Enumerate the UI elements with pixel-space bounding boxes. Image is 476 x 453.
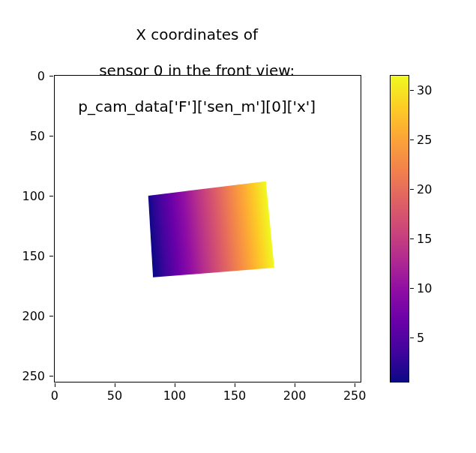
svg-rect-0 bbox=[391, 76, 409, 382]
y-tick bbox=[49, 76, 53, 76]
y-tick bbox=[49, 136, 53, 136]
colorbar-tick-label: 5 bbox=[417, 331, 424, 345]
x-tick bbox=[115, 383, 115, 387]
colorbar-tick-label: 30 bbox=[417, 82, 432, 97]
x-tick bbox=[235, 383, 235, 387]
x-tick-label: 100 bbox=[163, 388, 187, 403]
y-tick-label: 50 bbox=[30, 128, 45, 142]
x-tick-label: 50 bbox=[107, 388, 122, 403]
y-tick bbox=[49, 316, 53, 316]
x-tick bbox=[295, 383, 295, 387]
y-tick-label: 200 bbox=[22, 309, 45, 323]
colorbar-tick bbox=[410, 288, 414, 289]
y-tick-label: 100 bbox=[22, 188, 45, 202]
y-tick-label: 0 bbox=[37, 68, 45, 82]
colorbar-tick bbox=[410, 338, 414, 338]
x-tick-label: 150 bbox=[223, 388, 247, 403]
y-tick-label: 250 bbox=[22, 369, 45, 383]
y-tick bbox=[49, 376, 53, 376]
y-tick bbox=[49, 256, 53, 256]
colorbar-tick bbox=[410, 140, 414, 140]
figure: X coordinates of sensor 0 in the front v… bbox=[0, 0, 476, 453]
x-tick bbox=[355, 383, 355, 387]
colorbar bbox=[390, 75, 409, 382]
y-tick bbox=[49, 196, 53, 196]
colorbar-tick bbox=[410, 90, 414, 91]
y-tick-label: 150 bbox=[22, 249, 45, 263]
heatmap-region bbox=[148, 182, 274, 278]
colorbar-tick-label: 20 bbox=[417, 182, 432, 196]
x-tick-label: 250 bbox=[343, 388, 367, 403]
x-tick bbox=[175, 383, 175, 387]
x-tick-label: 0 bbox=[51, 388, 58, 403]
colorbar-tick bbox=[410, 189, 414, 190]
colorbar-tick-label: 15 bbox=[417, 232, 432, 246]
heatmap-image bbox=[54, 75, 361, 382]
colorbar-tick-label: 10 bbox=[417, 281, 432, 296]
colorbar-gradient bbox=[391, 76, 409, 382]
x-tick-label: 200 bbox=[283, 388, 307, 403]
colorbar-tick-label: 25 bbox=[417, 132, 432, 146]
title-line-1: X coordinates of bbox=[136, 26, 258, 44]
colorbar-tick bbox=[410, 238, 414, 239]
x-tick bbox=[55, 383, 55, 387]
